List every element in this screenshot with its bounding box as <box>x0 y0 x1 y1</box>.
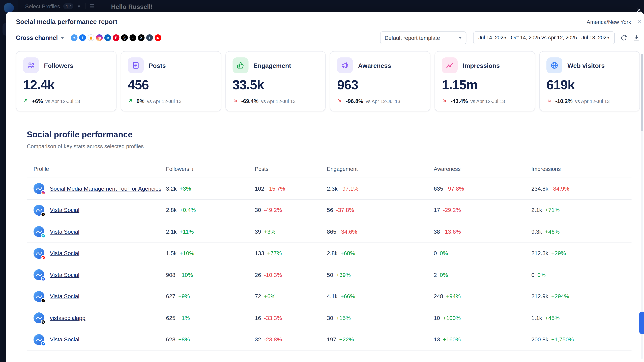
table-row: ♪ Vista Social 627+9% 72+6% 4.1k+66% 248… <box>27 286 632 307</box>
section-title: Social profile performance <box>27 130 632 140</box>
kpi-card-followers: Followers 12.4k +6% vs Apr 12-Jul 13 <box>16 51 116 111</box>
kpi-label: Impressions <box>463 62 500 69</box>
instagram-badge-icon <box>41 190 46 195</box>
download-icon[interactable] <box>633 34 640 41</box>
kpi-delta: 0% <box>136 98 144 104</box>
sort-desc-icon: ↓ <box>192 166 194 172</box>
kpi-delta: -43.4% <box>450 98 468 104</box>
profile-avatar: f <box>34 334 44 345</box>
profile-link[interactable]: Vista Social <box>50 207 80 213</box>
profile-link[interactable]: Vista Social <box>50 336 80 343</box>
kpi-card-engagement: Engagement 33.5k -69.4% vs Apr 12-Jul 13 <box>225 51 326 111</box>
profile-link[interactable]: Vista Social <box>50 229 80 235</box>
followers-cell: 2.8k+0.4% <box>166 207 255 213</box>
section-subtitle: Comparison of key stats across selected … <box>27 143 632 150</box>
profile-avatar: @ <box>34 313 44 324</box>
platform-instagram-icon[interactable]: ◎ <box>96 34 103 41</box>
column-header-impressions[interactable]: Impressions <box>531 166 632 172</box>
modal-close-icon[interactable] <box>636 18 643 25</box>
timezone-label: America/New York <box>586 18 631 25</box>
engagement-cell: 56-37.8% <box>327 207 434 213</box>
platform-x-icon[interactable]: X <box>138 34 145 41</box>
awareness-cell: 20% <box>434 272 532 278</box>
table-row: @ vistasocialapp 625+1% 16-33.3% 30+15% … <box>27 307 632 329</box>
channel-label: Cross channel <box>16 34 58 41</box>
platform-youtube-icon[interactable]: ▶ <box>154 34 162 41</box>
kpi-label: Web visitors <box>568 62 604 69</box>
profile-link[interactable]: Social Media Management Tool for Agencie… <box>50 185 162 192</box>
kpi-value: 456 <box>128 77 214 93</box>
awareness-cell: 13+160% <box>434 336 532 343</box>
profile-link[interactable]: Vista Social <box>50 250 80 257</box>
trend-down-arrow-icon <box>442 98 448 104</box>
column-header-profile: Profile <box>27 166 166 172</box>
engagement-cell: 2.8k+68% <box>327 250 434 257</box>
refresh-icon[interactable] <box>620 34 628 41</box>
date-range-picker[interactable]: Jul 14, 2025 - Oct 14, 2025 vs Apr 12, 2… <box>473 31 615 44</box>
awareness-cell: 17-29.2% <box>434 207 532 213</box>
posts-cell: 72+6% <box>255 293 327 300</box>
kpi-compare-period: vs Apr 12-Jul 13 <box>147 99 182 104</box>
awareness-cell: 635-97.8% <box>434 185 532 192</box>
followers-cell: 908+10% <box>166 272 255 278</box>
trend-down-arrow-icon <box>546 98 553 104</box>
table-body: Social Media Management Tool for Agencie… <box>27 178 632 351</box>
followers-cell: 3.2k+3% <box>166 185 255 192</box>
report-template-select[interactable]: Default report template <box>380 31 466 44</box>
column-header-engagement[interactable]: Engagement <box>327 166 434 172</box>
kpi-delta: -96.8% <box>346 98 363 104</box>
column-header-followers[interactable]: Followers↓ <box>166 166 255 172</box>
posts-cell: 26-10.3% <box>255 272 327 278</box>
platform-threads-icon[interactable]: @ <box>121 34 128 41</box>
impressions-icon <box>442 57 458 73</box>
kpi-value: 963 <box>337 77 424 93</box>
platform-tumblr-icon[interactable]: t <box>146 34 153 41</box>
table-row: ▶ Vista Social 1.5k+10% 133+77% 2.8k+68%… <box>27 243 632 264</box>
posts-cell: 30-49.2% <box>255 207 327 213</box>
channel-dropdown[interactable]: Cross channel <box>16 34 64 41</box>
kpi-card-posts: Posts 456 0% vs Apr 12-Jul 13 <box>121 51 221 111</box>
kpi-value: 619k <box>546 77 633 93</box>
platform-pinterest-icon[interactable]: P <box>113 34 120 41</box>
threads-badge-icon: @ <box>41 320 46 325</box>
followers-icon <box>23 57 39 73</box>
chevron-down-icon <box>61 37 64 39</box>
awareness-cell: 10+100% <box>434 315 532 321</box>
profile-avatar <box>34 183 44 194</box>
x-badge-icon: X <box>41 212 46 217</box>
kpi-label: Followers <box>44 62 74 69</box>
platform-facebook-icon[interactable]: f <box>79 34 86 41</box>
platform-google-business-icon[interactable]: ▮ <box>88 34 94 41</box>
platform-tiktok-icon[interactable]: ♪ <box>130 34 136 41</box>
impressions-cell: 00% <box>531 272 632 278</box>
report-toolbar: Cross channel ✶f▮◎inP@♪Xt▶ Default repor… <box>6 31 644 44</box>
awareness-cell: 248+94% <box>434 293 532 300</box>
posts-cell: 102-15.7% <box>255 185 327 192</box>
impressions-cell: 212.3k+29% <box>531 250 632 257</box>
trend-down-arrow-icon <box>232 98 239 104</box>
profile-link[interactable]: Vista Social <box>50 272 80 278</box>
impressions-cell: 1.1k+45% <box>531 315 632 321</box>
modal-header: Social media performance report America/… <box>6 12 644 26</box>
chat-widget-tab[interactable] <box>639 312 644 334</box>
kpi-delta: -69.4% <box>241 98 258 104</box>
youtube-badge-icon: ▶ <box>41 255 46 260</box>
table-row: X Vista Social 2.8k+0.4% 30-49.2% 56-37.… <box>27 200 632 221</box>
awareness-icon <box>337 57 353 73</box>
profile-link[interactable]: Vista Social <box>50 293 80 300</box>
column-header-posts[interactable]: Posts <box>255 166 327 172</box>
trend-down-arrow-icon <box>337 98 344 104</box>
table-row: v Vista Social 908+10% 26-10.3% 50+39% 2… <box>27 264 632 286</box>
close-icon[interactable] <box>635 6 642 14</box>
kpi-compare-period: vs Apr 12-Jul 13 <box>470 99 505 104</box>
platform-bluesky-icon[interactable]: ✶ <box>71 34 78 41</box>
tiktok-badge-icon: ♪ <box>41 298 46 303</box>
scrollbar-thumb[interactable] <box>641 54 643 131</box>
profile-link[interactable]: vistasocialapp <box>50 315 86 321</box>
column-header-awareness[interactable]: Awareness <box>434 166 532 172</box>
platform-linkedin-icon[interactable]: in <box>104 34 111 41</box>
kpi-label: Awareness <box>358 62 391 69</box>
chevron-down-icon <box>458 37 462 39</box>
kpi-delta: -10.2% <box>555 98 572 104</box>
profile-performance-table: Profile Followers↓ Posts Engagement Awar… <box>27 160 632 351</box>
